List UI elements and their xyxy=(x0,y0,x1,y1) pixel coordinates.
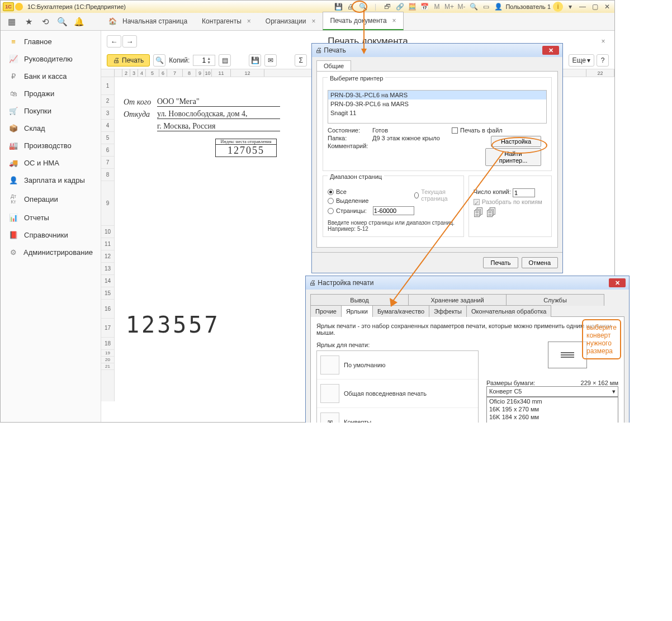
print-to-file-checkbox[interactable]: Печать в файл xyxy=(452,127,547,134)
sidebar-item-manager[interactable]: 📈Руководителю xyxy=(1,50,101,68)
sidebar-item-main[interactable]: ≡Главное xyxy=(1,33,101,50)
range-selection-radio[interactable]: Выделение xyxy=(328,197,414,204)
shortcut-item[interactable]: По умолчанию xyxy=(317,351,478,380)
dialog-close-icon[interactable]: ✕ xyxy=(609,278,626,287)
page-close-icon[interactable]: × xyxy=(598,37,609,45)
m-plus-icon[interactable]: M+ xyxy=(444,2,454,12)
restore-icon[interactable]: ▢ xyxy=(590,2,600,12)
preview-icon[interactable]: 🔍 xyxy=(358,2,368,12)
printer-item[interactable]: PRN-D9-3L-PCL6 на MARS xyxy=(328,91,546,99)
tab-finishing[interactable]: Окончательная обработка xyxy=(466,305,551,317)
preview-button[interactable]: 🔍 xyxy=(153,54,165,67)
cart-icon: 🛒 xyxy=(8,107,18,115)
calc-icon[interactable]: 🧮 xyxy=(407,2,417,12)
settings-button[interactable]: Настройка xyxy=(491,136,541,147)
tab-paper[interactable]: Бумага/качество xyxy=(372,305,429,317)
box-icon: 📦 xyxy=(8,124,18,132)
print-dialog-title[interactable]: 🖨 Печать ✕ xyxy=(312,44,562,57)
printer-list[interactable]: PRN-D9-3L-PCL6 на MARS PRN-D9-3R-PCL6 на… xyxy=(328,90,547,124)
paper-option[interactable]: Oficio 216x340 mm xyxy=(487,397,618,405)
forward-button[interactable]: → xyxy=(122,35,137,48)
shortcut-label: Ярлык для печати: xyxy=(316,342,479,348)
find-printer-button[interactable]: Найти принтер... xyxy=(485,148,541,166)
tab-orgs[interactable]: Организации xyxy=(258,12,323,30)
favorite-icon[interactable]: ★ xyxy=(23,16,34,27)
help-button[interactable]: ? xyxy=(597,54,609,67)
templates-button[interactable]: ▤ xyxy=(219,54,231,67)
user-label[interactable]: Пользователь 1 xyxy=(505,3,551,10)
shortcut-list[interactable]: По умолчанию Общая повседневная печать ✉… xyxy=(316,350,479,423)
tab-effects[interactable]: Эффекты xyxy=(429,305,467,317)
paper-option[interactable]: 16K 184 x 260 мм xyxy=(487,413,618,421)
minimize-icon[interactable]: — xyxy=(578,2,588,12)
sidebar-item-purchases[interactable]: 🛒Покупки xyxy=(1,102,101,120)
range-pages-radio[interactable]: Страницы: xyxy=(328,206,414,215)
zoom-icon[interactable]: 🔍 xyxy=(468,2,479,12)
dialog-close-icon[interactable]: ✕ xyxy=(542,46,559,55)
m-minus-icon[interactable]: M- xyxy=(456,2,466,12)
dtkt-icon: ДтКт xyxy=(8,193,18,205)
page-setup-title[interactable]: 🖨 Настройка печати ✕ xyxy=(306,276,629,290)
tab-services[interactable]: Службы xyxy=(506,294,604,306)
save-button[interactable]: 💾 xyxy=(249,54,261,67)
tab-other[interactable]: Прочие xyxy=(310,305,342,317)
printer-item[interactable]: PRN-D9-3R-PCL6 на MARS xyxy=(328,99,546,108)
sidebar-item-refs[interactable]: 📕Справочники xyxy=(1,226,101,244)
link-icon[interactable]: 🔗 xyxy=(395,2,405,12)
tab-jobs[interactable]: Хранение заданий xyxy=(408,294,507,306)
print-icon[interactable]: 🖨 xyxy=(346,2,356,12)
tab-home[interactable]: 🏠Начальная страница xyxy=(101,12,195,30)
copies-input[interactable] xyxy=(513,188,535,197)
tab-contragents[interactable]: Контрагенты xyxy=(195,12,258,30)
back-button[interactable]: ← xyxy=(107,35,121,48)
more-button[interactable]: Еще▾ xyxy=(569,54,594,67)
sum-button[interactable]: Σ xyxy=(295,54,307,67)
calendar-icon[interactable]: 📅 xyxy=(419,2,429,12)
tab-print-doc[interactable]: Печать документа xyxy=(323,12,403,30)
dialog-cancel-button[interactable]: Отмена xyxy=(522,257,558,268)
apps-icon[interactable]: ▦ xyxy=(6,16,17,27)
history-icon[interactable]: ⟲ xyxy=(40,16,51,27)
app-title: 1С:Бухгалтерия (1С:Предприятие) xyxy=(27,3,126,10)
windows-icon[interactable]: ▭ xyxy=(481,2,491,12)
sidebar-item-assets[interactable]: 🚚ОС и НМА xyxy=(1,154,101,172)
sidebar-item-reports[interactable]: 📊Отчеты xyxy=(1,209,101,226)
dialog-print-button[interactable]: Печать xyxy=(483,257,518,268)
copies-input[interactable]: ▲▼ xyxy=(193,55,215,66)
sidebar-item-bank[interactable]: ₽Банк и касса xyxy=(1,68,101,85)
bell-icon[interactable]: 🔔 xyxy=(73,16,84,27)
tab-output[interactable]: Вывод xyxy=(310,294,409,306)
sidebar-item-ops[interactable]: ДтКтОперации xyxy=(1,189,101,209)
paper-option[interactable]: 16K 197 x 273 мм xyxy=(487,421,618,423)
compare-icon[interactable]: 🗗 xyxy=(382,2,392,12)
shortcut-item[interactable]: ✉Конверты xyxy=(317,408,478,423)
info-icon[interactable]: i xyxy=(553,2,563,12)
paper-option[interactable]: 16K 195 x 270 мм xyxy=(487,405,618,413)
app-menu-drop-icon[interactable] xyxy=(15,3,23,11)
tab-general[interactable]: Общие xyxy=(316,60,351,71)
shortcut-item[interactable]: Общая повседневная печать xyxy=(317,380,478,408)
paper-combo[interactable]: Конверт C5▾ xyxy=(486,386,618,397)
page-icon xyxy=(320,355,339,375)
range-all-radio[interactable]: Все xyxy=(328,188,414,195)
sidebar-item-salary[interactable]: 👤Зарплата и кадры xyxy=(1,172,101,189)
pages-input[interactable] xyxy=(373,206,414,215)
paper-dims: 229 × 162 мм xyxy=(581,380,618,386)
sidebar-item-production[interactable]: 🏭Производство xyxy=(1,137,101,154)
tab-shortcuts[interactable]: Ярлыки xyxy=(341,305,373,317)
sidebar-item-sales[interactable]: 🛍Продажи xyxy=(1,85,101,102)
paper-label: Размеры бумаги: xyxy=(486,380,535,386)
paper-dropdown-list[interactable]: Oficio 216x340 mm 16K 195 x 270 мм 16K 1… xyxy=(486,397,618,423)
collate-icon: 🗐 🗐 xyxy=(474,207,547,219)
titlebar: 1C 1С:Бухгалтерия (1С:Предприятие) 💾 🖨 🔍… xyxy=(1,1,614,13)
mail-button[interactable]: ✉ xyxy=(264,54,277,67)
sidebar-item-admin[interactable]: ⚙Администрирование xyxy=(1,244,101,261)
search-icon[interactable]: 🔍 xyxy=(56,16,68,27)
close-icon[interactable]: ✕ xyxy=(602,2,612,12)
print-button[interactable]: 🖨Печать xyxy=(107,54,150,67)
save-icon[interactable]: 💾 xyxy=(333,2,343,12)
sidebar-item-stock[interactable]: 📦Склад xyxy=(1,120,101,137)
m-icon[interactable]: M xyxy=(432,2,442,12)
printer-item[interactable]: Snagit 11 xyxy=(328,108,546,117)
dropdown-icon[interactable]: ▾ xyxy=(565,2,575,12)
